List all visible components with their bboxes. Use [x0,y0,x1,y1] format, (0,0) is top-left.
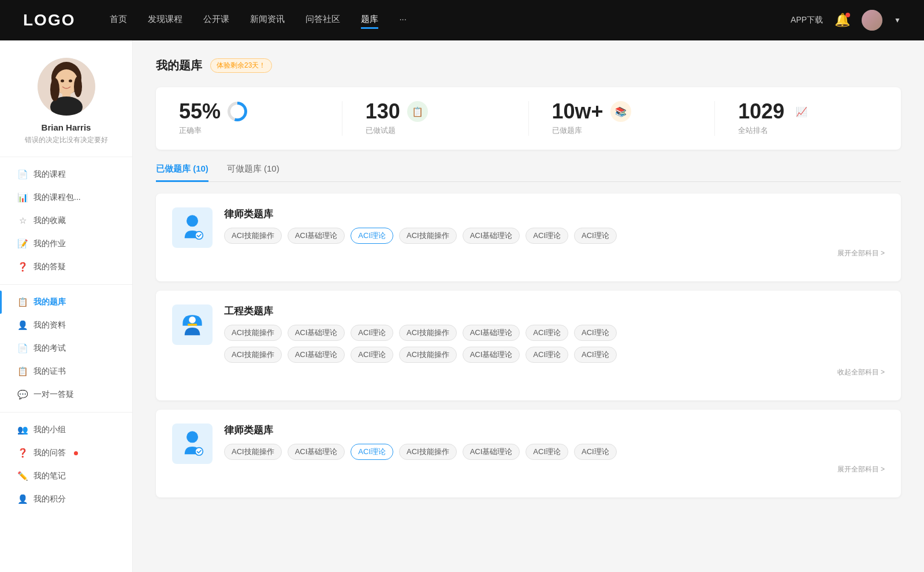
tag[interactable]: ACI理论 [351,347,393,363]
sidebar-menu-label: 我的积分 [33,494,66,504]
tag[interactable]: ACI理论 [351,325,393,341]
navbar-nav-item[interactable]: 新闻资讯 [250,12,285,29]
sidebar-menu-label: 我的课程 [33,169,66,180]
stat-value: 55% [179,101,221,122]
tag[interactable]: ACI理论 [351,444,393,460]
sidebar-item-2[interactable]: ☆我的收藏 [0,209,132,232]
account-dropdown-arrow[interactable]: ▼ [894,16,901,24]
sidebar-item-13[interactable]: 👤我的积分 [0,488,132,511]
chart-icon: 📋 [407,101,428,122]
sidebar-menu-label: 我的答疑 [33,262,66,272]
stat-label: 正确率 [179,125,202,136]
bank-title: 律师类题库 [224,424,885,437]
tab-row: 已做题库 (10)可做题库 (10) [156,164,901,182]
app-download-button[interactable]: APP下载 [791,15,823,25]
stat-top: 10w+ 📚 [552,101,631,122]
bank-card-1: 工程类题库 ACI技能操作ACI基础理论ACI理论ACI技能操作ACI基础理论A… [156,291,901,400]
expand-link[interactable]: 收起全部科目 > [224,367,885,377]
lawyer-icon [178,213,207,242]
stat-item-3: 1029 📈 全站排名 [715,101,901,136]
tag[interactable]: ACI理论 [574,347,617,363]
tag[interactable]: ACI基础理论 [463,325,520,341]
stat-label: 全站排名 [738,125,768,136]
sidebar-item-6[interactable]: 👤我的资料 [0,314,132,337]
tag[interactable]: ACI技能操作 [224,325,282,341]
tag[interactable]: ACI理论 [574,228,617,244]
tag[interactable]: ACI理论 [351,228,393,244]
navbar-nav-item[interactable]: ··· [399,12,407,29]
sidebar-menu-icon: 📄 [17,169,28,180]
tag[interactable]: ACI技能操作 [399,228,457,244]
sidebar-menu-icon: 👥 [17,425,28,435]
page-title-row: 我的题库 体验剩余23天！ [156,58,901,73]
tag[interactable]: ACI理论 [574,325,617,341]
tab-item-1[interactable]: 可做题库 (10) [227,164,280,182]
navbar-nav: 首页发现课程公开课新闻资讯问答社区题库··· [110,12,791,29]
sidebar-menu-icon: 📋 [17,366,28,377]
sidebar-item-8[interactable]: 📋我的证书 [0,360,132,383]
tag[interactable]: ACI理论 [526,347,568,363]
sidebar-item-11[interactable]: ❓我的问答 [0,441,132,465]
sidebar-item-1[interactable]: 📊我的课程包... [0,186,132,209]
navbar-nav-item[interactable]: 公开课 [203,12,229,29]
expand-link[interactable]: 展开全部科目 > [224,465,885,474]
stat-value: 10w+ [552,101,603,122]
tag[interactable]: ACI理论 [526,444,568,460]
sidebar-item-12[interactable]: ✏️我的笔记 [0,465,132,488]
sidebar-user-name: Brian Harris [42,122,91,132]
stat-item-2: 10w+ 📚 已做题库 [529,101,716,136]
bank-content: 律师类题库 ACI技能操作ACI基础理论ACI理论ACI技能操作ACI基础理论A… [224,424,885,474]
tag[interactable]: ACI理论 [574,444,617,460]
navbar-nav-item[interactable]: 首页 [110,12,127,29]
sidebar-item-4[interactable]: ❓我的答疑 [0,255,132,278]
sidebar-menu-icon: 👤 [17,494,28,504]
sidebar-menu-label: 我的资料 [33,320,66,330]
tag[interactable]: ACI理论 [526,325,568,341]
tag[interactable]: ACI技能操作 [399,325,457,341]
expand-link[interactable]: 展开全部科目 > [224,248,885,258]
tag[interactable]: ACI技能操作 [224,444,282,460]
sidebar-menu-label: 我的笔记 [33,471,66,481]
sidebar-menu-icon: 📝 [17,239,28,249]
tag[interactable]: ACI基础理论 [463,228,520,244]
sidebar-item-10[interactable]: 👥我的小组 [0,418,132,441]
page-title: 我的题库 [156,58,202,73]
sidebar-item-5[interactable]: 📋我的题库 [0,291,132,314]
sidebar-menu-label: 我的小组 [33,425,66,435]
sidebar-item-9[interactable]: 💬一对一答疑 [0,383,132,406]
tag[interactable]: ACI技能操作 [224,347,282,363]
trial-badge: 体验剩余23天！ [210,58,272,73]
stat-top: 55% [179,101,247,122]
navbar: LOGO 首页发现课程公开课新闻资讯问答社区题库··· APP下载 🔔 ▼ [0,0,924,40]
svg-point-7 [61,80,64,83]
sidebar-menu-icon: ✏️ [17,471,28,481]
tag[interactable]: ACI技能操作 [224,228,282,244]
tag[interactable]: ACI理论 [526,228,568,244]
tag[interactable]: ACI基础理论 [288,228,345,244]
tag[interactable]: ACI技能操作 [399,347,457,363]
tag[interactable]: ACI基础理论 [463,347,520,363]
sidebar-item-3[interactable]: 📝我的作业 [0,232,132,255]
sidebar-item-7[interactable]: 📄我的考试 [0,337,132,360]
svg-point-8 [69,80,72,83]
navbar-nav-item[interactable]: 问答社区 [305,12,340,29]
stat-top: 1029 📈 [738,101,812,122]
svg-point-13 [187,431,198,443]
navbar-nav-item[interactable]: 题库 [361,12,378,29]
bank-icon-wrap [172,424,213,464]
stat-top: 130 📋 [366,101,428,122]
sidebar-item-0[interactable]: 📄我的课程 [0,163,132,186]
tag[interactable]: ACI基础理论 [288,444,345,460]
sidebar-menu-icon: 📊 [17,192,28,203]
notification-bell[interactable]: 🔔 [834,13,850,28]
avatar[interactable] [862,10,882,31]
sidebar-divider-top [0,157,132,157]
tag[interactable]: ACI基础理论 [288,325,345,341]
tag[interactable]: ACI基础理论 [288,347,345,363]
tag[interactable]: ACI基础理论 [463,444,520,460]
bank-icon-wrap [172,207,213,248]
tab-item-0[interactable]: 已做题库 (10) [156,164,208,182]
navbar-nav-item[interactable]: 发现课程 [148,12,182,29]
tag[interactable]: ACI技能操作 [399,444,457,460]
sidebar-divider [0,412,132,413]
